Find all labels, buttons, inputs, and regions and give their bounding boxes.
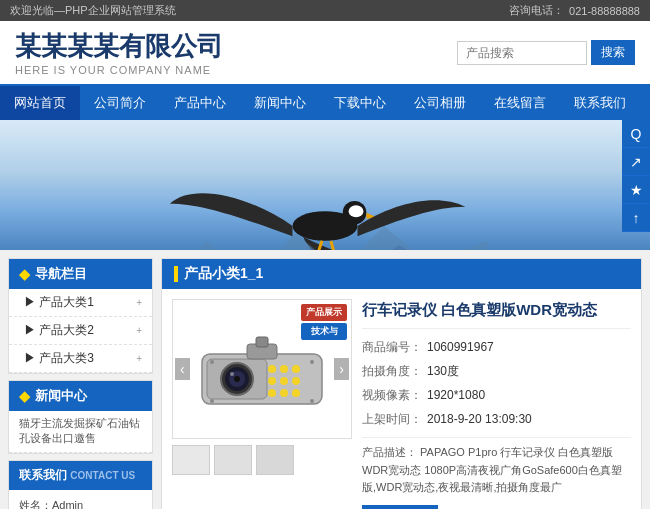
meta-video-value: 1920*1080 bbox=[427, 383, 485, 407]
news-item-1[interactable]: 猫牙主流发掘探矿石油钻孔设备出口邀售 bbox=[9, 411, 152, 453]
svg-point-3 bbox=[349, 205, 364, 217]
logo-area: 某某某某有限公司 HERE IS YOUR COMPANY NAME bbox=[15, 29, 223, 76]
meta-video-label: 视频像素： bbox=[362, 383, 422, 407]
nav-item-products[interactable]: 产品中心 bbox=[160, 86, 240, 120]
sidebar-news-section: ◆ 新闻中心 猫牙主流发掘探矿石油钻孔设备出口邀售 bbox=[8, 380, 153, 454]
cat2-label: ▶ 产品大类2 bbox=[24, 322, 94, 339]
gallery-main: ‹ › 产品展示 技术与 bbox=[172, 299, 352, 439]
nav-item-contact[interactable]: 联系我们 bbox=[560, 86, 640, 120]
side-icons: Q ↗ ★ ↑ bbox=[622, 120, 650, 232]
svg-point-27 bbox=[310, 399, 314, 403]
meta-no-label: 商品编号： bbox=[362, 335, 422, 359]
meta-angle-value: 130度 bbox=[427, 359, 459, 383]
svg-point-12 bbox=[230, 372, 234, 376]
product-breadcrumb: 产品小类1_1 bbox=[184, 265, 263, 283]
logo-title: 某某某某有限公司 bbox=[15, 29, 223, 64]
svg-point-20 bbox=[280, 389, 288, 397]
gallery-thumbs bbox=[172, 445, 352, 475]
product-info: 行车记录仪 白色真塑版WDR宽动态 商品编号： 1060991967 拍摄角度：… bbox=[362, 299, 631, 509]
nav-item-home[interactable]: 网站首页 bbox=[0, 86, 80, 120]
search-input[interactable] bbox=[457, 41, 587, 65]
nav-header-icon: ◆ bbox=[19, 266, 30, 282]
sidebar-contact-header: 联系我们 CONTACT US bbox=[9, 461, 152, 490]
search-button[interactable]: 搜索 bbox=[591, 40, 635, 65]
bookmark-icon[interactable]: ★ bbox=[622, 176, 650, 204]
product-header: 产品小类1_1 bbox=[162, 259, 641, 289]
logo-sub: HERE IS YOUR COMPANY NAME bbox=[15, 64, 223, 76]
svg-point-19 bbox=[268, 389, 276, 397]
product-detail: ‹ › 产品展示 技术与 行车记录仪 白色真塑版WDR宽动态 bbox=[162, 289, 641, 509]
gallery-next-button[interactable]: › bbox=[334, 358, 349, 380]
sidebar-news-title: 新闻中心 bbox=[35, 387, 87, 405]
sidebar-nav-header: ◆ 导航栏目 bbox=[9, 259, 152, 289]
meta-no-value: 1060991967 bbox=[427, 335, 494, 359]
nav-item-download[interactable]: 下载中心 bbox=[320, 86, 400, 120]
gallery-thumb-1[interactable] bbox=[172, 445, 210, 475]
svg-point-18 bbox=[292, 377, 300, 385]
svg-line-5 bbox=[331, 241, 337, 250]
sidebar: ◆ 导航栏目 ▶ 产品大类1 + ▶ 产品大类2 + ▶ 产品大类3 + ◆ 新… bbox=[8, 258, 153, 509]
gallery-thumb-2[interactable] bbox=[214, 445, 252, 475]
top-bar-left: 欢迎光临—PHP企业网站管理系统 bbox=[10, 3, 176, 18]
sidebar-nav-section: ◆ 导航栏目 ▶ 产品大类1 + ▶ 产品大类2 + ▶ 产品大类3 + bbox=[8, 258, 153, 374]
phone-label: 咨询电话： bbox=[509, 3, 564, 18]
meta-time-label: 上架时间： bbox=[362, 407, 422, 431]
contact-name: 姓名：Admin bbox=[19, 496, 142, 509]
meta-angle: 拍摄角度： 130度 bbox=[362, 359, 631, 383]
svg-point-11 bbox=[234, 376, 240, 382]
product-meta: 商品编号： 1060991967 拍摄角度： 130度 视频像素： 1920*1… bbox=[362, 328, 631, 431]
contact-info: 姓名：Admin 手机：13888888888 邮箱：admin@baidu.c… bbox=[9, 490, 152, 509]
header-bar-decoration bbox=[174, 266, 178, 282]
nav-item-message[interactable]: 在线留言 bbox=[480, 86, 560, 120]
product-area: 产品小类1_1 bbox=[161, 258, 642, 509]
top-bar-right: 咨询电话： 021-88888888 bbox=[509, 3, 640, 18]
sidebar-contact-section: 联系我们 CONTACT US 姓名：Admin 手机：13888888888 … bbox=[8, 460, 153, 509]
main-content: ◆ 导航栏目 ▶ 产品大类1 + ▶ 产品大类2 + ▶ 产品大类3 + ◆ 新… bbox=[0, 250, 650, 509]
top-icon[interactable]: ↑ bbox=[622, 204, 650, 232]
news-header-icon: ◆ bbox=[19, 388, 30, 404]
qq-icon[interactable]: Q bbox=[622, 120, 650, 148]
nav-item-album[interactable]: 公司相册 bbox=[400, 86, 480, 120]
badge-overlay: 产品展示 技术与 bbox=[301, 304, 347, 340]
cat3-plus: + bbox=[136, 353, 142, 364]
gallery-prev-button[interactable]: ‹ bbox=[175, 358, 190, 380]
sidebar-item-cat1[interactable]: ▶ 产品大类1 + bbox=[9, 289, 152, 317]
svg-point-26 bbox=[310, 360, 314, 364]
svg-point-25 bbox=[210, 399, 214, 403]
cat1-label: ▶ 产品大类1 bbox=[24, 294, 94, 311]
badge-product-display: 产品展示 bbox=[301, 304, 347, 321]
sidebar-item-cat3[interactable]: ▶ 产品大类3 + bbox=[9, 345, 152, 373]
product-title: 行车记录仪 白色真塑版WDR宽动态 bbox=[362, 299, 631, 320]
svg-point-14 bbox=[280, 365, 288, 373]
cat3-label: ▶ 产品大类3 bbox=[24, 350, 94, 367]
product-desc: 产品描述： PAPAGO P1pro 行车记录仪 白色真塑版 WDR宽动态 10… bbox=[362, 437, 631, 497]
sidebar-item-cat2[interactable]: ▶ 产品大类2 + bbox=[9, 317, 152, 345]
product-desc-label: 产品描述： bbox=[362, 446, 417, 458]
meta-video: 视频像素： 1920*1080 bbox=[362, 383, 631, 407]
svg-point-15 bbox=[292, 365, 300, 373]
svg-point-17 bbox=[280, 377, 288, 385]
search-area: 搜索 bbox=[457, 40, 635, 65]
top-bar: 欢迎光临—PHP企业网站管理系统 咨询电话： 021-88888888 bbox=[0, 0, 650, 21]
nav-item-about[interactable]: 公司简介 bbox=[80, 86, 160, 120]
svg-point-24 bbox=[210, 360, 214, 364]
badge-tech: 技术与 bbox=[301, 323, 347, 340]
nav-item-news[interactable]: 新闻中心 bbox=[240, 86, 320, 120]
buy-button[interactable]: 在线订购 bbox=[362, 505, 438, 509]
phone-number: 021-88888888 bbox=[569, 5, 640, 17]
header: 某某某某有限公司 HERE IS YOUR COMPANY NAME 搜索 bbox=[0, 21, 650, 86]
svg-point-13 bbox=[268, 365, 276, 373]
cat1-plus: + bbox=[136, 297, 142, 308]
sidebar-nav-title: 导航栏目 bbox=[35, 265, 87, 283]
gallery-thumb-3[interactable] bbox=[256, 445, 294, 475]
sidebar-news-header: ◆ 新闻中心 bbox=[9, 381, 152, 411]
meta-angle-label: 拍摄角度： bbox=[362, 359, 422, 383]
product-gallery: ‹ › 产品展示 技术与 bbox=[172, 299, 352, 509]
share-icon[interactable]: ↗ bbox=[622, 148, 650, 176]
svg-point-16 bbox=[268, 377, 276, 385]
contact-en: CONTACT US bbox=[70, 470, 135, 481]
nav: 网站首页 公司简介 产品中心 新闻中心 下载中心 公司相册 在线留言 联系我们 bbox=[0, 86, 650, 120]
meta-time: 上架时间： 2018-9-20 13:09:30 bbox=[362, 407, 631, 431]
meta-time-value: 2018-9-20 13:09:30 bbox=[427, 407, 532, 431]
svg-point-21 bbox=[292, 389, 300, 397]
